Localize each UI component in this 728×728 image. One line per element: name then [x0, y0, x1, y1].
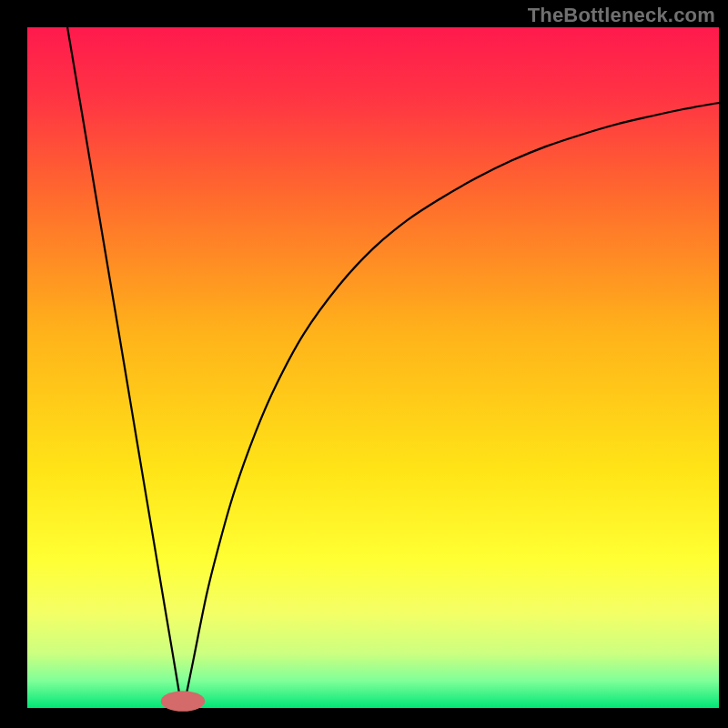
plot-area: [27, 27, 719, 708]
minimum-marker: [161, 691, 206, 711]
chart-frame: TheBottleneck.com: [0, 0, 728, 728]
bottleneck-chart: [0, 0, 728, 728]
watermark-text: TheBottleneck.com: [528, 4, 715, 27]
